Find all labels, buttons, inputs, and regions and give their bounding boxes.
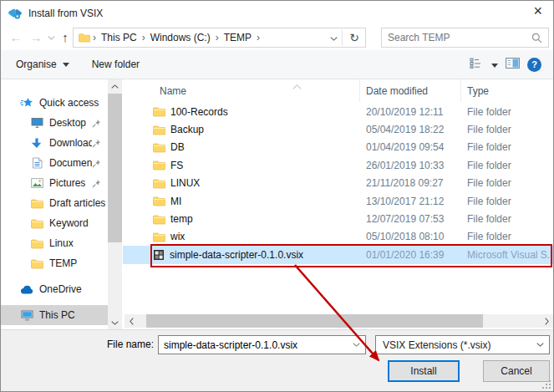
file-type-select[interactable]: VSIX Extensions (*.vsix) — [375, 335, 550, 354]
breadcrumb-separator-icon: › — [141, 32, 146, 43]
file-type: File folder — [461, 141, 553, 153]
file-name: temp — [170, 213, 193, 225]
file-type: File folder — [461, 213, 553, 225]
up-button[interactable]: ↑ — [56, 27, 74, 48]
column-header-date-modified[interactable]: Date modified — [360, 79, 461, 102]
install-button[interactable]: Install — [388, 360, 460, 382]
organise-menu-button[interactable]: Organise — [16, 59, 69, 70]
file-type: File folder — [461, 177, 553, 189]
file-date-modified: 05/10/2018 08:10 — [360, 231, 461, 242]
quick-access-icon — [19, 97, 34, 109]
horizontal-scrollbar[interactable] — [125, 314, 553, 328]
file-row-mi[interactable]: MI 13/10/2017 21:12 File folder — [123, 192, 553, 210]
onedrive-icon — [19, 285, 34, 294]
sort-ascending-icon — [292, 80, 302, 92]
file-date-modified: 12/07/2019 07:53 — [360, 213, 461, 225]
folder-icon — [29, 218, 44, 229]
address-dropdown-chevron-icon[interactable] — [330, 32, 338, 43]
search-icon[interactable] — [531, 33, 548, 43]
vsix-installer-app-icon — [8, 7, 23, 20]
preview-pane-button[interactable] — [506, 58, 520, 71]
breadcrumb: ›This PC›Windows (C:)›TEMP› — [92, 32, 261, 43]
file-row-simple-data-scripter-0-1-0-vsix[interactable]: simple-data-scripter-0.1.0.vsix 01/01/20… — [123, 246, 553, 263]
organise-dropdown-icon — [63, 63, 69, 67]
documents-icon — [29, 157, 44, 169]
file-type-value: VSIX Extensions (*.vsix) — [376, 339, 536, 351]
file-date-modified: 05/04/2019 18:22 — [360, 124, 461, 135]
breadcrumb-item-temp[interactable]: TEMP — [220, 32, 256, 43]
breadcrumb-item-this-pc[interactable]: This PC — [97, 32, 141, 43]
file-date-modified: 26/01/2019 10:33 — [360, 160, 461, 171]
sidebar-item-pictures[interactable]: Pictures — [1, 173, 108, 193]
file-row-db[interactable]: DB 01/04/2019 09:54 File folder — [123, 139, 553, 156]
folder-icon — [29, 258, 44, 269]
resize-grip[interactable] — [542, 380, 551, 389]
search-box — [381, 28, 549, 48]
sidebar-item-quick-access[interactable]: Quick access — [1, 93, 108, 113]
back-button[interactable]: ← — [6, 27, 26, 48]
file-type-dropdown-icon — [536, 343, 549, 347]
file-name: 100-Records — [170, 106, 228, 118]
folder-icon — [153, 160, 165, 171]
sidebar-item-onedrive[interactable]: OneDrive — [1, 279, 108, 299]
file-name: DB — [170, 141, 185, 153]
forward-button[interactable]: → — [26, 27, 46, 48]
column-header-type[interactable]: Type — [461, 79, 553, 102]
this-pc-icon — [19, 310, 34, 321]
vsix-icon — [153, 249, 165, 261]
sidebar-item-downloads[interactable]: Downloads — [1, 133, 108, 153]
search-input[interactable] — [382, 31, 531, 44]
new-folder-button[interactable]: New folder — [92, 59, 140, 70]
help-button[interactable]: ? — [527, 58, 541, 72]
scroll-left-button[interactable] — [125, 314, 138, 328]
file-date-modified: 01/01/2020 16:39 — [360, 249, 461, 261]
recent-locations-chevron-icon[interactable] — [46, 36, 56, 40]
column-header-name[interactable]: Name — [123, 79, 360, 102]
pictures-icon — [29, 178, 44, 188]
sidebar-item-documents[interactable]: Documents — [1, 153, 108, 173]
details-view-button[interactable] — [470, 58, 484, 71]
sidebar-item-linux[interactable]: Linux — [1, 233, 108, 253]
file-date-modified: 01/04/2019 09:54 — [360, 141, 461, 153]
sidebar-item-draft-articles[interactable]: Draft articles — [1, 193, 108, 213]
refresh-button[interactable]: ↻ — [347, 31, 362, 44]
sidebar-scrollbar[interactable] — [108, 79, 122, 329]
address-divider — [342, 30, 343, 45]
pin-icon — [92, 159, 101, 168]
folder-icon — [153, 232, 165, 242]
address-bar[interactable]: ›This PC›Windows (C:)›TEMP› ↻ — [73, 28, 366, 48]
file-name-label: File name: — [1, 339, 154, 350]
sidebar-scrollbar-thumb[interactable] — [108, 94, 122, 242]
file-name-dropdown-icon[interactable] — [353, 343, 365, 347]
title-bar: Install from VSIX × — [1, 1, 553, 26]
file-row-temp[interactable]: temp 12/07/2019 07:53 File folder — [123, 210, 553, 227]
file-row-100-records[interactable]: 100-Records 20/10/2019 12:11 File folder — [123, 103, 553, 120]
file-list: Name Date modified Type 100-Records 20/1… — [123, 79, 553, 329]
scroll-down-button[interactable] — [108, 316, 122, 329]
cancel-button[interactable]: Cancel — [483, 360, 550, 382]
navigation-bar: ← → ↑ ›This PC›Windows (C:)›TEMP› ↻ — [1, 26, 553, 49]
file-row-fs[interactable]: FS 26/01/2019 10:33 File folder — [123, 156, 553, 174]
sidebar-item-this-pc[interactable]: This PC — [1, 305, 108, 325]
scroll-right-button[interactable] — [540, 314, 553, 328]
file-name: MI — [170, 196, 181, 207]
file-name: wix — [170, 231, 185, 242]
file-date-modified: 21/11/2018 09:27 — [360, 177, 461, 189]
views-dropdown-icon[interactable] — [491, 59, 498, 70]
sidebar-item-keyword[interactable]: Keyword — [1, 213, 108, 233]
file-type: File folder — [461, 196, 553, 207]
scroll-up-button[interactable] — [108, 79, 122, 93]
breadcrumb-item-windows-c[interactable]: Windows (C:) — [146, 32, 215, 43]
horizontal-scrollbar-thumb[interactable] — [146, 314, 483, 328]
sidebar-item-temp[interactable]: TEMP — [1, 253, 108, 273]
file-name: Backup — [170, 124, 204, 135]
file-row-wix[interactable]: wix 05/10/2018 08:10 File folder — [123, 228, 553, 246]
file-name-input[interactable] — [159, 339, 353, 352]
close-button[interactable]: × — [533, 3, 542, 18]
file-name: simple-data-scripter-0.1.0.vsix — [170, 249, 303, 261]
file-row-linux[interactable]: LINUX 21/11/2018 09:27 File folder — [123, 175, 553, 192]
folder-icon — [153, 106, 165, 117]
file-row-backup[interactable]: Backup 05/04/2019 18:22 File folder — [123, 120, 553, 138]
sidebar-item-desktop[interactable]: Desktop — [1, 113, 108, 133]
desktop-icon — [29, 117, 44, 129]
